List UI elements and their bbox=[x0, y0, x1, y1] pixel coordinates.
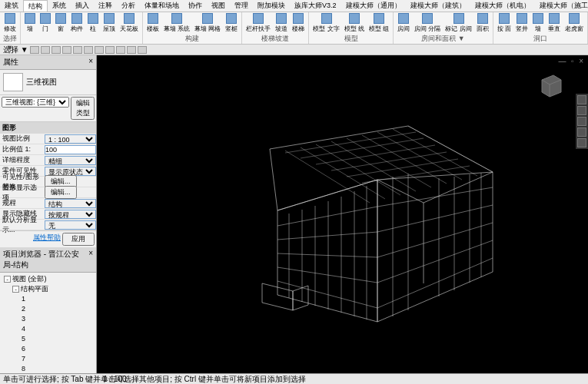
close-icon[interactable]: × bbox=[88, 57, 93, 68]
roof-button[interactable]: 屋顶 bbox=[101, 12, 118, 34]
door-button[interactable]: 门 bbox=[38, 12, 53, 34]
view-cube[interactable] bbox=[534, 71, 565, 101]
tree-node[interactable]: 8 bbox=[2, 364, 95, 373]
tree-node[interactable]: -视图 (全部) bbox=[2, 274, 95, 284]
ramp-button[interactable]: 坡道 bbox=[273, 12, 290, 34]
tree-node[interactable]: 3 bbox=[2, 314, 95, 324]
prop-select[interactable]: 显示原状态 bbox=[45, 167, 96, 176]
rail-button[interactable]: 栏杆扶手 bbox=[244, 12, 273, 34]
tree-node[interactable]: 1 bbox=[2, 294, 95, 304]
tab-10[interactable]: 附加模块 bbox=[253, 0, 290, 12]
qat-btn[interactable] bbox=[127, 46, 136, 54]
tab-15[interactable]: 建模大师（施工） bbox=[535, 0, 588, 12]
prop-select[interactable]: 结构 bbox=[45, 199, 96, 208]
qat-btn[interactable] bbox=[30, 46, 39, 54]
toggle-icon[interactable]: - bbox=[12, 286, 19, 293]
mull-button[interactable]: 竖梃 bbox=[223, 12, 240, 34]
toggle-icon[interactable]: - bbox=[4, 276, 11, 283]
browser-header: 项目浏览器 - 晋江公安局-结构 × bbox=[0, 247, 96, 273]
prop-input[interactable] bbox=[45, 145, 96, 154]
tree-node[interactable]: 7 bbox=[2, 354, 95, 364]
wheel-icon[interactable] bbox=[577, 95, 586, 104]
col-button[interactable]: 柱 bbox=[85, 12, 101, 34]
tab-5[interactable]: 分析 bbox=[117, 0, 140, 12]
svg-line-15 bbox=[277, 207, 377, 226]
group-label: 构建 bbox=[145, 34, 240, 44]
help-link[interactable]: 属性帮助 bbox=[33, 233, 61, 246]
qat-btn[interactable] bbox=[116, 46, 125, 54]
wallop-button[interactable]: 墙 bbox=[530, 12, 546, 34]
tree-node[interactable]: 4 bbox=[2, 324, 95, 334]
tab-11[interactable]: 族库大师V3.2 bbox=[290, 0, 341, 12]
tree-node[interactable]: 6 bbox=[2, 344, 95, 354]
prop-select[interactable]: 精细 bbox=[45, 156, 96, 165]
dorm-button[interactable]: 老虎窗 bbox=[563, 12, 586, 34]
comp-button[interactable]: 构件 bbox=[68, 12, 85, 34]
area-button[interactable]: 面积 bbox=[474, 12, 491, 34]
qat-btn[interactable] bbox=[95, 46, 104, 54]
svg-line-11 bbox=[331, 141, 416, 191]
tree-node[interactable]: -结构平面 bbox=[2, 284, 95, 294]
roomsep-button[interactable]: 房间 分隔 bbox=[412, 12, 443, 34]
prop-row: 默认分析显示...无 bbox=[0, 220, 96, 230]
tab-9[interactable]: 管理 bbox=[230, 0, 253, 12]
mtext-button[interactable]: 模型 文字 bbox=[311, 12, 341, 34]
tab-8[interactable]: 视图 bbox=[207, 0, 230, 12]
roomtag-button[interactable]: 标记 房间 bbox=[443, 12, 473, 34]
tab-2[interactable]: 系统 bbox=[48, 0, 71, 12]
prop-edit-button[interactable]: 编辑... bbox=[45, 186, 77, 199]
modify-button[interactable]: 修改 bbox=[2, 12, 18, 34]
prop-select[interactable]: 按规程 bbox=[45, 210, 96, 219]
tab-3[interactable]: 插入 bbox=[71, 0, 94, 12]
room-button[interactable]: 房间 bbox=[395, 12, 412, 34]
qat-btn[interactable] bbox=[41, 46, 50, 54]
prop-select[interactable]: 无 bbox=[45, 220, 96, 230]
ceil-button[interactable]: 天花板 bbox=[118, 12, 141, 34]
tab-4[interactable]: 注释 bbox=[94, 0, 117, 12]
project-browser-tree: -视图 (全部)-结构平面12345678±0.00基础顶标高+三维视图-立面 … bbox=[0, 273, 96, 373]
win-button[interactable]: 窗 bbox=[53, 12, 68, 34]
mline-button[interactable]: 模型 线 bbox=[342, 12, 367, 34]
tab-6[interactable]: 体量和场地 bbox=[140, 0, 184, 12]
svg-line-0 bbox=[285, 132, 416, 153]
qat-btn[interactable] bbox=[73, 46, 82, 54]
floor-button[interactable]: 楼板 bbox=[145, 12, 161, 34]
group-label: 模型 bbox=[311, 34, 391, 44]
tab-13[interactable]: 建模大师（建筑） bbox=[406, 0, 470, 12]
stair-button[interactable]: 楼梯 bbox=[290, 12, 307, 34]
type-selector[interactable]: 三维视图 bbox=[0, 70, 96, 95]
group-label: 洞口 bbox=[495, 34, 586, 44]
apply-button[interactable]: 应用 bbox=[62, 233, 95, 246]
tree-node[interactable]: 5 bbox=[2, 334, 95, 344]
qat-btn[interactable] bbox=[84, 46, 93, 54]
vert-button[interactable]: 垂直 bbox=[546, 12, 563, 34]
zoom-icon[interactable] bbox=[577, 117, 586, 126]
orbit-icon[interactable] bbox=[577, 127, 586, 137]
curtgrid-button[interactable]: 幕墙 网格 bbox=[192, 12, 223, 34]
building-model[interactable] bbox=[178, 118, 508, 326]
close-icon[interactable]: × bbox=[88, 249, 93, 270]
tab-1[interactable]: 结构 bbox=[23, 0, 48, 12]
shaft-button[interactable]: 竖井 bbox=[513, 12, 530, 34]
instance-selector[interactable]: 三维视图: {三维} bbox=[2, 97, 69, 108]
nav-icon[interactable] bbox=[577, 138, 586, 147]
tab-14[interactable]: 建模大师（机电） bbox=[470, 0, 535, 12]
mgrp-button[interactable]: 模型 组 bbox=[367, 12, 391, 34]
qat-btn[interactable] bbox=[138, 46, 147, 54]
tab-7[interactable]: 协作 bbox=[184, 0, 207, 12]
curtsys-button[interactable]: 幕墙 系统 bbox=[161, 12, 192, 34]
face-button[interactable]: 按 面 bbox=[495, 12, 513, 34]
group-label: 楼梯坡道 bbox=[244, 34, 307, 44]
select-dd[interactable]: 选择 ▼ bbox=[3, 45, 28, 55]
edit-type-button[interactable]: 编辑类型 bbox=[71, 97, 95, 120]
tab-12[interactable]: 建模大师（通用） bbox=[341, 0, 406, 12]
qat-btn[interactable] bbox=[105, 46, 115, 54]
qat-btn[interactable] bbox=[62, 46, 71, 54]
qat-btn[interactable] bbox=[51, 46, 61, 54]
tab-0[interactable]: 建筑 bbox=[0, 0, 23, 12]
wall-button[interactable]: 墙 bbox=[22, 12, 38, 34]
tree-node[interactable]: 2 bbox=[2, 304, 95, 314]
prop-select[interactable]: 1 : 100 bbox=[45, 134, 96, 144]
pan-icon[interactable] bbox=[577, 106, 586, 115]
viewport-3d[interactable]: — ▫ × bbox=[97, 55, 588, 373]
